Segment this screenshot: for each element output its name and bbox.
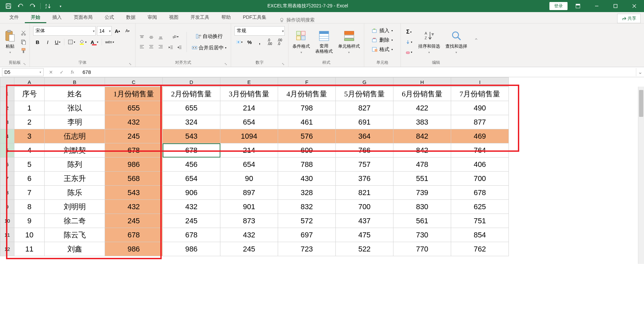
cell-A6[interactable]: 5 (14, 157, 45, 172)
col-header-B[interactable]: B (45, 78, 105, 87)
cell-G5[interactable]: 766 (336, 143, 393, 157)
cell-G11[interactable]: 475 (336, 228, 393, 242)
cell-C11[interactable]: 678 (105, 228, 163, 242)
align-middle-button[interactable] (147, 33, 156, 42)
formula-input[interactable] (80, 68, 636, 76)
fx-button[interactable]: fx (68, 68, 77, 76)
cell-D3[interactable]: 324 (163, 115, 220, 129)
paste-button[interactable]: 粘贴 ▾ (2, 29, 18, 55)
cell-F12[interactable]: 723 (278, 242, 336, 256)
cell-E4[interactable]: 1094 (220, 129, 278, 143)
cell-A11[interactable]: 10 (14, 228, 45, 242)
cell-F1[interactable]: 4月份销售量 (278, 87, 336, 101)
maximize-button[interactable] (607, 0, 624, 12)
cell-E8[interactable]: 897 (220, 186, 278, 200)
cell-E3[interactable]: 654 (220, 115, 278, 129)
cell-H6[interactable]: 478 (393, 157, 451, 172)
cell-I8[interactable]: 678 (451, 186, 509, 200)
decrease-indent-button[interactable] (166, 43, 175, 52)
cell-I7[interactable]: 700 (451, 172, 509, 186)
cell-I2[interactable]: 490 (451, 101, 509, 115)
collapse-ribbon-button[interactable]: ⌃ (471, 24, 481, 57)
cell-I12[interactable]: 762 (451, 242, 509, 256)
expand-formula-button[interactable]: ⌄ (636, 68, 644, 76)
undo-button[interactable] (15, 1, 26, 11)
cell-G6[interactable]: 757 (336, 157, 393, 172)
cell-F6[interactable]: 788 (278, 157, 336, 172)
cell-D12[interactable]: 986 (163, 242, 220, 256)
cell-E5[interactable]: 214 (220, 143, 278, 157)
cell-G9[interactable]: 700 (336, 200, 393, 214)
share-button[interactable]: 共享 (617, 14, 641, 23)
cell-D1[interactable]: 2月份销售量 (163, 87, 220, 101)
cell-B9[interactable]: 刘明明 (45, 200, 105, 214)
tab-公式[interactable]: 公式 (99, 12, 120, 23)
cell-F2[interactable]: 798 (278, 101, 336, 115)
cell-D5[interactable]: 678 (163, 143, 220, 157)
cell-F4[interactable]: 576 (278, 129, 336, 143)
delete-cells-button[interactable]: 删除▾ (370, 36, 395, 44)
cell-C1[interactable]: 1月份销售量 (105, 87, 163, 101)
cell-F9[interactable]: 832 (278, 200, 336, 214)
fill-button[interactable]: ▾ (404, 38, 414, 46)
cell-C7[interactable]: 568 (105, 172, 163, 186)
tab-页面布局[interactable]: 页面布局 (68, 12, 99, 23)
fill-color-button[interactable]: ▾ (78, 38, 88, 46)
cell-E9[interactable]: 901 (220, 200, 278, 214)
cell-A9[interactable]: 8 (14, 200, 45, 214)
comma-button[interactable]: , (255, 38, 264, 46)
col-header-D[interactable]: D (163, 78, 220, 87)
percent-button[interactable]: % (245, 38, 254, 46)
cell-H7[interactable]: 551 (393, 172, 451, 186)
sort-filter-button[interactable]: AZ排序和筛选▾ (416, 29, 442, 55)
insert-cells-button[interactable]: 插入▾ (370, 26, 395, 35)
cell-H1[interactable]: 6月份销售量 (393, 87, 451, 101)
tell-me-search[interactable]: 操作说明搜索 (279, 17, 315, 23)
autosum-button[interactable]: Σ▾ (404, 28, 414, 36)
cell-styles-button[interactable]: 单元格样式▾ (336, 29, 362, 55)
cell-I5[interactable]: 764 (451, 143, 509, 157)
cell-F10[interactable]: 572 (278, 214, 336, 228)
increase-decimal-button[interactable]: .0.00 (265, 38, 274, 46)
cell-E7[interactable]: 90 (220, 172, 278, 186)
bold-button[interactable]: B (33, 38, 42, 46)
col-header-H[interactable]: H (393, 78, 451, 87)
cell-C2[interactable]: 655 (105, 101, 163, 115)
cell-G8[interactable]: 821 (336, 186, 393, 200)
select-all-corner[interactable] (0, 78, 14, 87)
cell-I11[interactable]: 854 (451, 228, 509, 242)
cell-B5[interactable]: 刘默契 (45, 143, 105, 157)
format-painter-button[interactable] (19, 47, 28, 55)
cell-G2[interactable]: 827 (336, 101, 393, 115)
cell-B2[interactable]: 张以 (45, 101, 105, 115)
login-button[interactable]: 登录 (549, 2, 568, 10)
row-header-2[interactable]: 2 (0, 101, 14, 115)
table-format-button[interactable]: 套用 表格格式 (313, 29, 335, 55)
cell-D4[interactable]: 543 (163, 129, 220, 143)
number-format-select[interactable]: 常规▾ (234, 26, 285, 36)
row-header-12[interactable]: 12 (0, 242, 14, 256)
col-header-E[interactable]: E (220, 78, 278, 87)
dialog-launcher[interactable]: ⤡ (128, 61, 132, 66)
tab-PDF工具集[interactable]: PDF工具集 (237, 12, 272, 23)
cell-C5[interactable]: 678 (105, 143, 163, 157)
spreadsheet-grid[interactable]: ABCDEFGHI1序号姓名1月份销售量2月份销售量3月份销售量4月份销售量5月… (0, 77, 644, 264)
cell-F8[interactable]: 328 (278, 186, 336, 200)
cell-H4[interactable]: 842 (393, 129, 451, 143)
tab-数据[interactable]: 数据 (120, 12, 142, 23)
cell-E2[interactable]: 214 (220, 101, 278, 115)
cell-A7[interactable]: 6 (14, 172, 45, 186)
enter-formula-button[interactable]: ✓ (57, 68, 66, 76)
increase-indent-button[interactable] (175, 43, 184, 52)
row-header-1[interactable]: 1 (0, 87, 14, 101)
grow-font-button[interactable]: A▴ (113, 27, 122, 35)
align-top-button[interactable] (138, 33, 146, 42)
cell-G1[interactable]: 5月份销售量 (336, 87, 393, 101)
scroll-thumb[interactable] (639, 90, 643, 117)
phonetic-button[interactable]: wén▾ (104, 38, 115, 46)
dialog-launcher[interactable]: ⤡ (281, 61, 285, 66)
cell-E1[interactable]: 3月份销售量 (220, 87, 278, 101)
tab-开发工具[interactable]: 开发工具 (184, 12, 215, 23)
cell-B11[interactable]: 陈云飞 (45, 228, 105, 242)
conditional-format-button[interactable]: 条件格式▾ (290, 29, 312, 55)
